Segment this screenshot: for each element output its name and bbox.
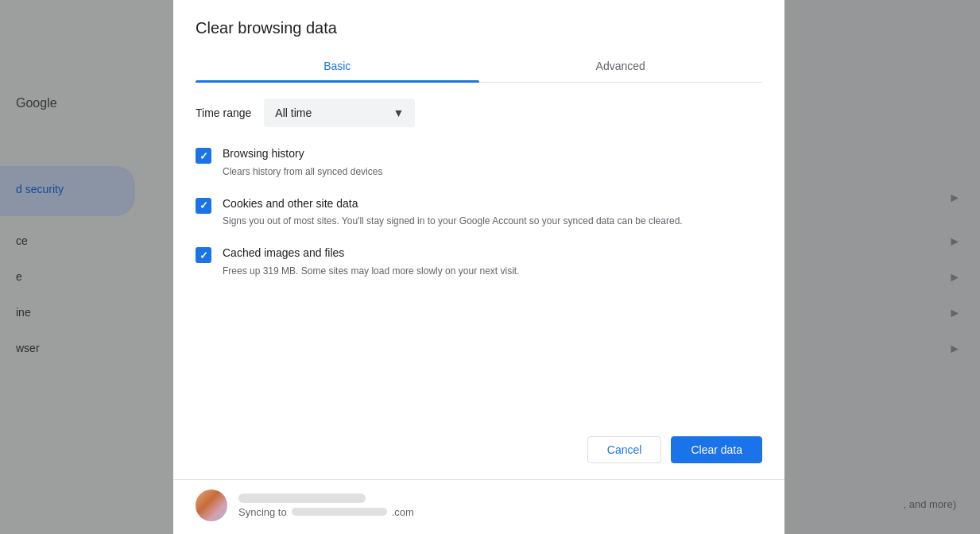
sync-row: Syncing to .com — [173, 479, 784, 534]
checkbox-text-browsing-history: Browsing history Clears history from all… — [223, 146, 382, 179]
checkbox-label-cache: Cached images and files — [223, 246, 519, 261]
checkbox-desc-cookies: Signs you out of most sites. You'll stay… — [223, 214, 683, 228]
chevron-down-icon: ▼ — [393, 106, 404, 119]
clear-browsing-dialog: Clear browsing data Basic Advanced Time … — [173, 0, 784, 534]
checkbox-item-cookies: ✓ Cookies and other site data Signs you … — [196, 196, 762, 229]
sync-label: Syncing to .com — [238, 506, 414, 518]
time-range-row: Time range All time ▼ — [196, 99, 762, 127]
checkmark-icon-3: ✓ — [199, 250, 208, 261]
checkbox-cookies[interactable]: ✓ — [196, 198, 211, 214]
checkbox-cache[interactable]: ✓ — [196, 247, 211, 263]
time-range-value: All time — [275, 106, 312, 119]
dialog-header: Clear browsing data Basic Advanced — [173, 0, 784, 83]
checkbox-item-browsing-history: ✓ Browsing history Clears history from a… — [196, 146, 762, 179]
sync-domain-suffix: .com — [392, 506, 414, 518]
sync-domain-bar — [292, 508, 387, 516]
time-range-label: Time range — [196, 106, 251, 119]
checkmark-icon-2: ✓ — [199, 200, 208, 211]
checkbox-label-cookies: Cookies and other site data — [223, 196, 683, 212]
checkbox-desc-cache: Frees up 319 MB. Some sites may load mor… — [223, 264, 519, 278]
dialog-content: Time range All time ▼ ✓ Browsing history… — [173, 83, 784, 424]
checkbox-text-cookies: Cookies and other site data Signs you ou… — [223, 196, 683, 229]
dialog-footer: Cancel Clear data — [173, 424, 784, 479]
checkbox-label-browsing-history: Browsing history — [223, 146, 382, 162]
dialog-scroll-area[interactable]: Time range All time ▼ ✓ Browsing history… — [173, 83, 784, 424]
sync-text-area: Syncing to .com — [238, 493, 414, 518]
sync-email-bar — [238, 493, 366, 503]
checkmark-icon: ✓ — [199, 151, 208, 161]
dialog-title: Clear browsing data — [196, 19, 762, 37]
syncing-to-text: Syncing to — [238, 506, 287, 518]
checkbox-text-cache: Cached images and files Frees up 319 MB.… — [223, 246, 519, 278]
tab-advanced[interactable]: Advanced — [479, 50, 763, 82]
clear-data-button[interactable]: Clear data — [671, 436, 762, 463]
dialog-tabs: Basic Advanced — [196, 50, 762, 83]
checkbox-desc-browsing-history: Clears history from all synced devices — [223, 164, 382, 179]
checkbox-item-cache: ✓ Cached images and files Frees up 319 M… — [196, 246, 762, 278]
tab-basic[interactable]: Basic — [196, 50, 479, 82]
checkbox-browsing-history[interactable]: ✓ — [196, 148, 211, 164]
time-range-select[interactable]: All time ▼ — [264, 99, 415, 127]
avatar — [196, 489, 227, 521]
cancel-button[interactable]: Cancel — [587, 436, 662, 463]
